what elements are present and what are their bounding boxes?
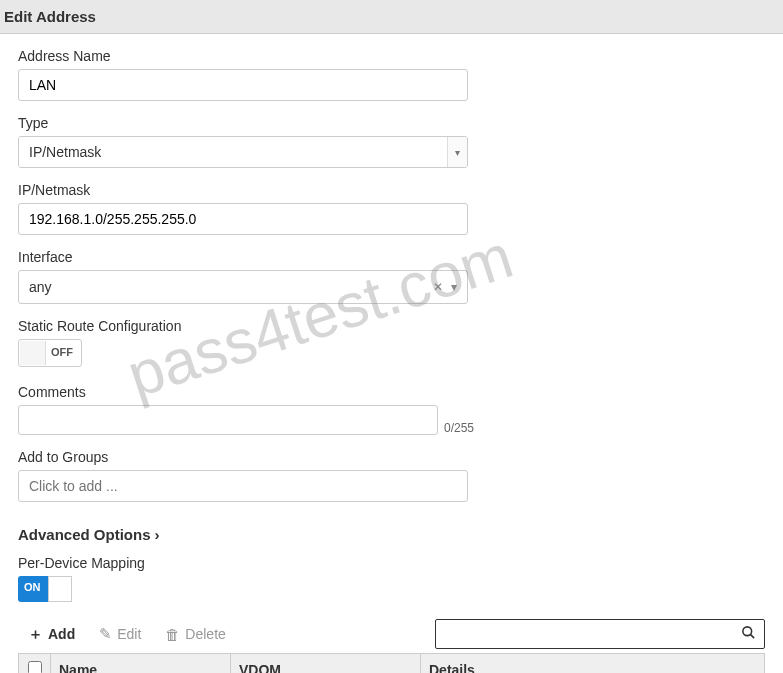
search-input[interactable] [444, 626, 741, 642]
type-value: IP/Netmask [19, 137, 447, 167]
add-to-groups-label: Add to Groups [18, 449, 765, 465]
chevron-right-icon: › [155, 526, 160, 543]
toggle-on-label: ON [24, 581, 41, 593]
address-name-label: Address Name [18, 48, 765, 64]
delete-button[interactable]: 🗑 Delete [155, 621, 235, 648]
delete-label: Delete [185, 626, 225, 642]
comments-input[interactable] [18, 405, 438, 435]
add-button[interactable]: ＋ Add [18, 620, 85, 649]
ip-netmask-label: IP/Netmask [18, 182, 765, 198]
toggle-knob [20, 341, 46, 365]
mapping-toolbar: ＋ Add ✎ Edit 🗑 Delete [18, 619, 765, 649]
chevron-down-icon: ▾ [447, 137, 467, 167]
select-all-checkbox[interactable] [28, 661, 42, 673]
details-header[interactable]: Details [421, 654, 765, 674]
edit-icon: ✎ [99, 625, 112, 643]
select-all-header[interactable] [19, 654, 51, 674]
trash-icon: 🗑 [165, 626, 180, 643]
search-icon [741, 625, 756, 643]
edit-address-form: Address Name Type IP/Netmask ▾ IP/Netmas… [0, 34, 783, 673]
name-header[interactable]: Name [51, 654, 231, 674]
panel-title: Edit Address [0, 0, 783, 34]
interface-value: any [29, 279, 429, 295]
per-device-mapping-label: Per-Device Mapping [18, 555, 765, 571]
svg-point-0 [743, 627, 752, 636]
chevron-down-icon[interactable]: ▾ [447, 280, 461, 294]
table-header-row: Name VDOM Details [19, 654, 765, 674]
ip-netmask-input[interactable] [18, 203, 468, 235]
search-box[interactable] [435, 619, 765, 649]
svg-line-1 [750, 634, 754, 638]
static-route-toggle[interactable]: OFF [18, 339, 82, 367]
mapping-table: Name VDOM Details Remote-FortiGate root … [18, 653, 765, 673]
add-to-groups-input[interactable] [18, 470, 468, 502]
interface-label: Interface [18, 249, 765, 265]
address-name-input[interactable] [18, 69, 468, 101]
advanced-options-label: Advanced Options [18, 526, 151, 543]
type-label: Type [18, 115, 765, 131]
toggle-off-label: OFF [51, 346, 73, 358]
interface-select[interactable]: any ✕ ▾ [18, 270, 468, 304]
vdom-header[interactable]: VDOM [231, 654, 421, 674]
comments-char-count: 0/255 [444, 421, 474, 435]
edit-label: Edit [117, 626, 141, 642]
static-route-label: Static Route Configuration [18, 318, 765, 334]
edit-button[interactable]: ✎ Edit [89, 620, 151, 648]
type-select[interactable]: IP/Netmask ▾ [18, 136, 468, 168]
add-label: Add [48, 626, 75, 642]
toggle-knob [48, 576, 72, 602]
advanced-options-toggle[interactable]: Advanced Options › [18, 526, 160, 543]
plus-icon: ＋ [28, 625, 43, 644]
per-device-mapping-toggle[interactable]: ON [18, 576, 72, 602]
clear-icon[interactable]: ✕ [429, 280, 447, 294]
comments-label: Comments [18, 384, 765, 400]
